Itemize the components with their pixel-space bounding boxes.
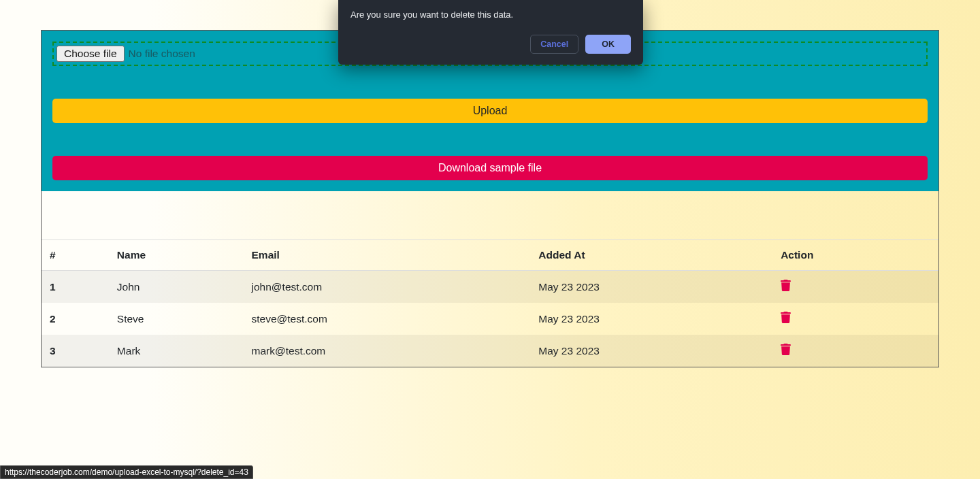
table-row: 1 John john@test.com May 23 2023 xyxy=(42,271,938,303)
cell-index: 2 xyxy=(42,303,109,335)
cell-email: john@test.com xyxy=(244,271,531,303)
status-bar: https://thecoderjob.com/demo/upload-exce… xyxy=(0,465,253,479)
file-input-status: No file chosen xyxy=(129,48,195,60)
col-header-index: # xyxy=(42,240,109,271)
col-header-action: Action xyxy=(772,240,938,271)
cell-name: Mark xyxy=(109,335,244,367)
cell-email: steve@test.com xyxy=(244,303,531,335)
table-header-row: # Name Email Added At Action xyxy=(42,240,938,271)
data-table: # Name Email Added At Action 1 John john… xyxy=(42,240,938,367)
cell-email: mark@test.com xyxy=(244,335,531,367)
choose-file-button[interactable]: Choose file xyxy=(56,46,125,62)
confirm-actions: Cancel OK xyxy=(350,35,631,54)
cell-action xyxy=(772,271,938,303)
download-sample-button[interactable]: Download sample file xyxy=(52,156,928,180)
trash-icon[interactable] xyxy=(781,280,791,291)
cell-name: John xyxy=(109,271,244,303)
upload-button[interactable]: Upload xyxy=(52,99,928,123)
cell-index: 3 xyxy=(42,335,109,367)
confirm-dialog: Are you sure you want to delete this dat… xyxy=(338,0,643,65)
confirm-message: Are you sure you want to delete this dat… xyxy=(350,10,631,20)
table-spacer xyxy=(42,191,938,240)
cell-index: 1 xyxy=(42,271,109,303)
trash-icon[interactable] xyxy=(781,312,791,323)
ok-button[interactable]: OK xyxy=(585,35,631,54)
col-header-added: Added At xyxy=(530,240,772,271)
cell-action xyxy=(772,335,938,367)
cancel-button[interactable]: Cancel xyxy=(530,35,578,54)
trash-icon[interactable] xyxy=(781,344,791,355)
cell-name: Steve xyxy=(109,303,244,335)
main-container: Choose file No file chosen Upload Downlo… xyxy=(41,30,939,367)
cell-added: May 23 2023 xyxy=(530,303,772,335)
table-row: 3 Mark mark@test.com May 23 2023 xyxy=(42,335,938,367)
cell-added: May 23 2023 xyxy=(530,271,772,303)
cell-added: May 23 2023 xyxy=(530,335,772,367)
col-header-email: Email xyxy=(244,240,531,271)
col-header-name: Name xyxy=(109,240,244,271)
cell-action xyxy=(772,303,938,335)
table-row: 2 Steve steve@test.com May 23 2023 xyxy=(42,303,938,335)
